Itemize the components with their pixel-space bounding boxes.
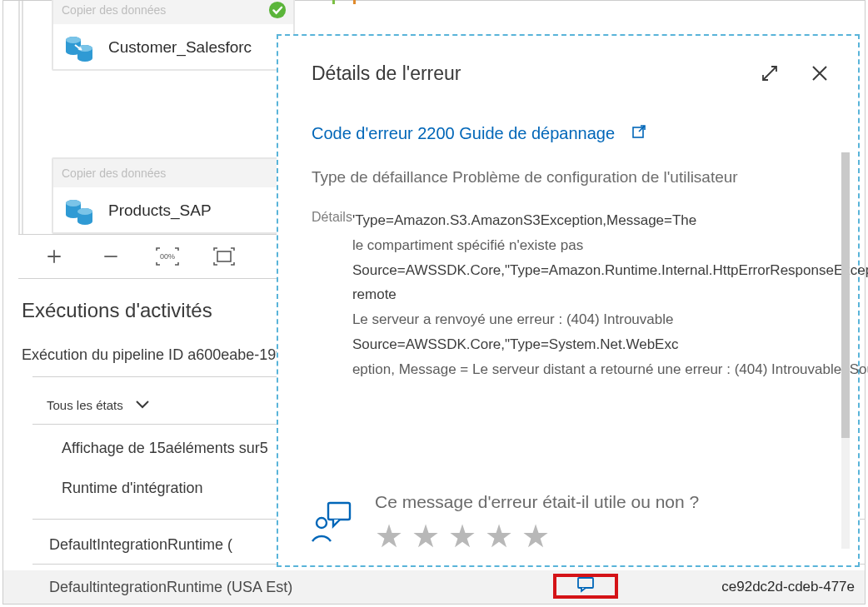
activity-card-products[interactable]: Copier des données Products_SAP xyxy=(52,157,295,234)
activity-name: Products_SAP xyxy=(108,202,212,220)
activity-runs-heading: Exécutions d'activités xyxy=(22,299,212,322)
chevron-down-icon xyxy=(135,398,150,412)
details-line: eption, Message = Le serveur distant a r… xyxy=(352,361,868,377)
runtime-column-label: Runtime d'intégration xyxy=(62,480,203,497)
runtime-cell: DefaultintegrationRuntime (USA Est) xyxy=(49,579,292,596)
activity-card-header: Copier des données xyxy=(53,0,293,24)
showing-count: Affichage de 15aéléments sur5 xyxy=(62,440,268,457)
divider xyxy=(32,424,307,425)
details-section: Détails 'Type=Amazon.S3.AmazonS3Exceptio… xyxy=(312,208,820,381)
error-details-panel: Détails de l'erreur Code d'erreur 2200 G… xyxy=(277,34,860,567)
feedback-icon[interactable] xyxy=(576,576,595,596)
details-line: Source=AWSSDK.Core,"Type=Amazon.Runtime.… xyxy=(352,262,868,303)
zoom-out-button[interactable] xyxy=(98,244,123,269)
zoom-toolbar: 00% xyxy=(18,234,310,279)
feedback-section: Ce message d'erreur était-il utile ou no… xyxy=(308,492,699,552)
details-label: Détails xyxy=(312,208,352,381)
error-panel-body: Code d'erreur 2200 Guide de dépannage Ty… xyxy=(278,111,858,381)
divider xyxy=(32,376,307,377)
states-dropdown-label: Tous les états xyxy=(47,398,123,412)
pipeline-run-id: Exécution du pipeline ID a600eabe-19fl xyxy=(22,346,283,364)
vertical-rail xyxy=(18,1,23,234)
fullscreen-button[interactable] xyxy=(212,244,237,269)
activity-card-customer[interactable]: Copier des données Customer_Salesforc xyxy=(52,0,295,71)
details-line: Source=AWSSDK.Core,"Type=System.Net.WebE… xyxy=(352,336,679,352)
success-icon xyxy=(268,1,287,19)
scrollbar[interactable] xyxy=(841,152,850,549)
activity-card-header: Copier des données xyxy=(53,159,293,187)
star-4[interactable]: ★ xyxy=(485,520,513,552)
details-text: 'Type=Amazon.S3.AmazonS3Exception,Messag… xyxy=(352,208,868,381)
svg-point-13 xyxy=(317,518,327,528)
star-5[interactable]: ★ xyxy=(521,520,550,552)
error-panel-title: Détails de l'erreur xyxy=(312,62,733,85)
table-row[interactable]: DefaultintegrationRuntime (USA Est) ce92… xyxy=(3,570,865,604)
activity-type-label: Copier des données xyxy=(62,167,166,180)
database-icon xyxy=(62,192,98,229)
details-line: 'Type=Amazon.S3.AmazonS3Exception,Messag… xyxy=(352,212,696,228)
scrollbar-thumb[interactable] xyxy=(841,152,850,438)
svg-point-2 xyxy=(66,37,81,43)
feedback-prompt: Ce message d'erreur était-il utile ou no… xyxy=(375,492,699,512)
connector-accent xyxy=(332,0,356,4)
zoom-fit-button[interactable]: 00% xyxy=(155,244,180,269)
run-id-cell: ce92dc2d-cdeb-477e xyxy=(721,579,855,595)
details-line: le compartiment spécifié n'existe pas xyxy=(352,237,583,253)
details-line: Le serveur a renvoyé une erreur : (404) … xyxy=(352,311,674,327)
star-1[interactable]: ★ xyxy=(375,520,403,552)
svg-point-9 xyxy=(77,208,92,215)
external-link-icon xyxy=(631,124,646,143)
error-code-text: Code d'erreur 2200 Guide de dépannage xyxy=(312,124,615,143)
person-feedback-icon xyxy=(308,498,353,546)
activity-type-label: Copier des données xyxy=(62,3,166,17)
failure-type: Type de défaillance Problème de configur… xyxy=(312,168,820,187)
svg-rect-14 xyxy=(328,503,350,520)
table-row[interactable]: DefaultIntegrationRuntime ( xyxy=(49,536,232,554)
svg-point-0 xyxy=(269,2,286,18)
feedback-content: Ce message d'erreur était-il utile ou no… xyxy=(375,492,699,552)
app-frame: Copier des données Customer_Salesforc xyxy=(2,0,866,605)
svg-rect-11 xyxy=(578,578,593,588)
activity-card-body: Products_SAP xyxy=(53,187,293,234)
zoom-in-button[interactable] xyxy=(42,244,67,269)
svg-point-7 xyxy=(66,200,81,206)
states-dropdown[interactable]: Tous les états xyxy=(47,398,150,412)
star-rating: ★ ★ ★ ★ ★ xyxy=(375,520,699,552)
activity-card-body: Customer_Salesforc xyxy=(53,24,293,71)
error-code-link[interactable]: Code d'erreur 2200 Guide de dépannage xyxy=(312,124,820,143)
svg-rect-10 xyxy=(217,251,231,261)
feedback-highlight xyxy=(553,574,618,599)
star-3[interactable]: ★ xyxy=(448,520,476,552)
expand-icon[interactable] xyxy=(756,60,783,87)
error-panel-header: Détails de l'erreur xyxy=(278,36,858,111)
database-icon xyxy=(62,29,98,66)
star-2[interactable]: ★ xyxy=(412,520,440,552)
close-icon[interactable] xyxy=(806,60,833,87)
activity-name: Customer_Salesforc xyxy=(108,38,252,57)
